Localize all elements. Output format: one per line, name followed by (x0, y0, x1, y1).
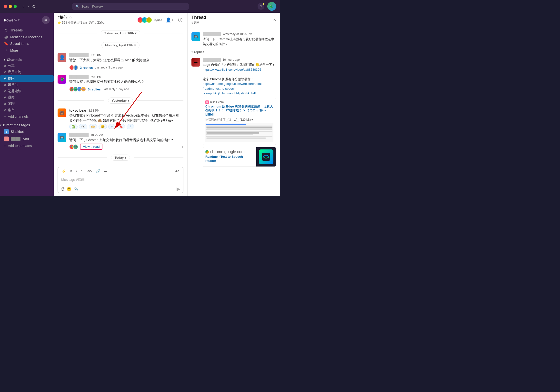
hash-icon: # (4, 77, 6, 81)
italic-button[interactable]: I (75, 169, 78, 174)
send-button[interactable]: ▶ (177, 186, 180, 192)
sidebar-item-more[interactable]: ⋮ More (0, 47, 54, 54)
minimize-window-button[interactable] (9, 5, 12, 8)
titlebar: ‹ › ⊙ 🔍 Search Power+ ? 🐉 (0, 0, 280, 13)
emoji-button[interactable]: 🙂 (67, 187, 71, 191)
lightning-button[interactable]: ⚡ (61, 169, 67, 174)
preview-title[interactable]: Readme - Text to Speech Reader (205, 155, 254, 163)
reaction-emoji-picker[interactable]: 😊 (99, 124, 107, 129)
thread-reply-message: 🏔 ████████ 10 hours ago Edge 自带的「大声朗读」就挺… (191, 56, 276, 169)
message-input-area: ⚡ B I S </> 🔗 ··· Aa Message #提问 @ 🙂 📎 ▶ (54, 164, 187, 196)
reaction-check[interactable]: ✅ (69, 124, 78, 129)
add-teammates-button[interactable]: + Add teammates (0, 143, 54, 149)
threads-icon: ⊙ (4, 28, 8, 32)
message-input[interactable]: Message #提问 (58, 175, 183, 185)
input-toolbar: ⚡ B I S </> 🔗 ··· Aa (58, 167, 183, 175)
sidebar-item-mentions[interactable]: @ Mentions & reactions (0, 34, 54, 40)
dm-item-you[interactable]: ████ you (0, 135, 54, 143)
dm-you-suffix: you (23, 137, 29, 141)
more-formatting-button[interactable]: ··· (103, 169, 108, 174)
preview-right (256, 147, 276, 167)
sidebar-channel-yang-mao[interactable]: # 薅羊毛 (0, 82, 54, 88)
sidebar-channel-xian-liao[interactable]: # 闲聊 (0, 101, 54, 107)
history-button[interactable]: ⊙ (31, 3, 36, 10)
mention-button[interactable]: @ (61, 187, 65, 191)
message-author: ████████ (69, 53, 89, 57)
sidebar-channel-xuan-ti[interactable]: # 选题建议 (0, 88, 54, 94)
message-text: 替朋友收个Pinboard年付账号 普通版 Archive版本都行 朋友想买个用… (69, 113, 183, 123)
thread-replies-button[interactable]: 5 replies (88, 88, 101, 91)
avatar: 🎮 (58, 133, 66, 142)
date-button-monday[interactable]: Monday, April 12th ▾ (101, 42, 140, 48)
thread-reply-avatars: 🎭 🎮 (69, 144, 78, 149)
message-content: ████████ 10:25 PM 请问一下，Chrome上有没有比较好的语音播… (69, 133, 183, 150)
date-button-saturday[interactable]: Saturday, April 10th ▾ (101, 30, 140, 36)
dm-chevron-icon: ▾ (0, 124, 1, 127)
help-button[interactable]: ? (258, 3, 264, 10)
back-button[interactable]: ‹ (22, 3, 25, 10)
message-author: ████████ (69, 75, 89, 79)
chrome-store-link[interactable]: https://chrome.google.com/webstore/detai… (203, 82, 262, 95)
preview-title[interactable]: Chromium 版 Edge 浏览器的朗读效果，比真人都好听！！！_哔哩哔哩 … (205, 105, 273, 117)
channels-header[interactable]: ▾ Channels (4, 58, 50, 62)
sidebar-channel-fen-xiang[interactable]: # 分享 (0, 63, 54, 69)
dm-item-slackbot[interactable]: S Slackbot (0, 128, 54, 135)
sidebar-channel-ti-wen[interactable]: # 提问 (0, 75, 54, 82)
sidebar-item-saved[interactable]: 🔖 Saved items (0, 40, 54, 47)
thread-replies-button[interactable]: 3 replies (80, 66, 93, 69)
date-divider-today: Today ▾ (54, 152, 187, 164)
message-content: ████████ 5:02 PM 请问大家，电脑网页长截图有比较方便的形式么？ … (69, 75, 183, 93)
chat-header: #提问 ☆ ⭐ 55 | 负责解决读者的提问，工作... 2,455 👤+ (54, 13, 187, 27)
message-time: 3:20 PM (90, 54, 101, 57)
reaction-forward[interactable]: ↩ (108, 124, 115, 129)
sidebar-channel-tong-zhi[interactable]: # 通知 (0, 94, 54, 101)
chrome-favicon-icon (205, 150, 209, 154)
reaction-more[interactable]: ⋮ (127, 124, 134, 129)
maximize-window-button[interactable] (14, 5, 17, 8)
thread-last-reply: Last reply 3 days ago (95, 66, 123, 69)
close-window-button[interactable] (4, 5, 7, 8)
thread-expand-icon[interactable]: › (182, 145, 183, 149)
messages-list: Saturday, April 10th ▾ Monday, April 12t… (54, 27, 187, 164)
link-button[interactable]: 🔗 (95, 169, 101, 174)
strikethrough-button[interactable]: S (80, 169, 84, 174)
search-bar[interactable]: 🔍 Search Power+ (72, 3, 189, 10)
message-input-box: ⚡ B I S </> 🔗 ··· Aa Message #提问 @ 🙂 📎 ▶ (58, 167, 183, 193)
info-button[interactable]: ⓘ (177, 16, 183, 24)
channel-label: 提问 (8, 76, 15, 81)
thread-message-text: 请问一下，Chrome上有没有比较好的语音播放选中英文语句的插件？ (203, 37, 276, 46)
date-button-yesterday[interactable]: Yesterday ▾ (108, 98, 133, 104)
thread-close-button[interactable]: × (273, 17, 276, 23)
replies-count: 2 replies (191, 50, 204, 54)
bilibili-link-preview: B bilibili.com Chromium 版 Edge 浏览器的朗读效果，… (203, 98, 276, 145)
message-group: 👤 ████████ 3:20 PM 请教一下大家，大家知道怎么样导出 Mac … (54, 51, 187, 73)
user-avatar[interactable]: 🐉 (267, 2, 276, 11)
forward-button[interactable]: › (26, 3, 30, 10)
thread-reply-avatar: 🏔 (191, 58, 200, 67)
workspace-name[interactable]: Power+ ▾ (4, 18, 20, 22)
dm-header[interactable]: ▾ Direct messages (0, 123, 54, 127)
sidebar-item-threads[interactable]: ⊙ Threads (0, 27, 54, 34)
plus-icon: + (4, 115, 6, 118)
add-channels-button[interactable]: + Add channels (0, 113, 54, 120)
compose-button[interactable]: ✏ (42, 16, 50, 24)
attachment-button[interactable]: 📎 (73, 187, 78, 191)
code-button[interactable]: </> (86, 169, 93, 174)
channel-star-button[interactable]: ☆ (69, 16, 72, 20)
reaction-bookmark[interactable]: 🔖 (117, 124, 125, 129)
window-controls (4, 5, 17, 8)
channels-chevron-icon: ▾ (4, 58, 5, 61)
reaction-clap[interactable]: 🙌 (89, 124, 97, 129)
bilibili-link[interactable]: https://www.bilibili.com/video/av8858039… (203, 68, 261, 71)
date-button-today[interactable]: Today ▾ (111, 155, 130, 161)
sidebar: Power+ ▾ ✏ ⊙ Threads @ Mentions & reacti… (0, 13, 54, 196)
sidebar-channel-ying-yong[interactable]: # 应用讨论 (0, 69, 54, 75)
sidebar-channel-ji-shi[interactable]: # 集市 (0, 107, 54, 113)
message-header: tokyo bear 3:38 PM (69, 108, 183, 112)
view-thread-button[interactable]: View thread (80, 144, 102, 150)
reaction-eyes[interactable]: 👀 (79, 124, 87, 129)
bold-button[interactable]: B (69, 169, 73, 174)
add-member-button[interactable]: 👤+ (165, 16, 175, 24)
font-button[interactable]: Aa (174, 169, 180, 174)
hash-icon: # (4, 108, 6, 112)
